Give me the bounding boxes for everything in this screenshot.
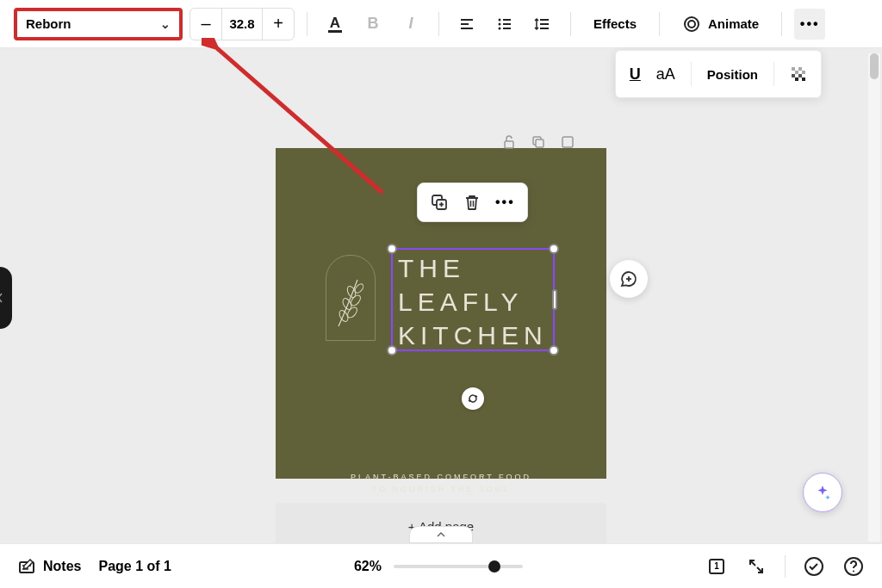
transparency-button[interactable] <box>790 65 807 83</box>
scrollbar-thumb[interactable] <box>870 53 879 79</box>
tagline-line1: PLANT-BASED COMFORT FOOD <box>276 472 606 484</box>
canvas-area[interactable]: PLANT-BASED COMFORT FOOD TO NOURISH THE … <box>0 48 882 543</box>
more-icon[interactable]: ••• <box>495 195 515 210</box>
font-size-decrease-button[interactable]: – <box>190 9 221 40</box>
font-size-increase-button[interactable]: + <box>263 9 294 40</box>
lock-icon[interactable] <box>500 133 519 152</box>
separator <box>785 555 786 578</box>
text-color-button[interactable]: A <box>320 9 351 40</box>
underline-button[interactable]: U <box>630 65 641 84</box>
zoom-value[interactable]: 62% <box>354 559 382 574</box>
animate-label: Animate <box>708 16 759 31</box>
separator <box>773 62 774 86</box>
svg-rect-26 <box>536 139 543 147</box>
zoom-slider[interactable] <box>394 565 523 568</box>
spacing-button[interactable] <box>527 9 558 40</box>
fullscreen-button[interactable] <box>745 555 767 578</box>
font-name: Reborn <box>26 16 71 31</box>
svg-rect-17 <box>798 67 802 71</box>
slider-thumb[interactable] <box>488 560 500 573</box>
more-button[interactable]: ••• <box>794 9 825 40</box>
svg-rect-21 <box>798 74 802 77</box>
notes-button[interactable]: Notes <box>17 557 81 576</box>
font-size-value[interactable]: 32.8 <box>221 9 263 40</box>
comment-fab[interactable] <box>610 260 648 298</box>
font-size-group: – 32.8 + <box>189 8 295 40</box>
duplicate-icon[interactable] <box>430 193 449 212</box>
page-more-icon[interactable] <box>558 133 577 152</box>
svg-point-15 <box>688 21 695 28</box>
resize-handle[interactable] <box>387 244 397 254</box>
footer: Notes Page 1 of 1 62% 1 <box>0 543 882 588</box>
chevron-down-icon: ⌄ <box>160 17 171 31</box>
svg-rect-18 <box>795 71 798 74</box>
vertical-scrollbar[interactable] <box>868 53 880 542</box>
zoom-group: 62% <box>354 559 523 574</box>
list-button[interactable] <box>489 9 520 40</box>
context-menu: ••• <box>417 183 528 222</box>
text-submenu: U aA Position <box>615 50 822 98</box>
tagline-line2: TO NOURISH THE SOUL <box>276 484 606 496</box>
selection-box[interactable] <box>391 248 555 351</box>
page-badge: 1 <box>714 561 719 571</box>
svg-rect-19 <box>802 71 805 74</box>
resize-handle[interactable] <box>549 345 559 356</box>
check-button[interactable] <box>803 555 825 578</box>
svg-rect-27 <box>562 137 573 147</box>
svg-rect-22 <box>795 77 798 81</box>
svg-point-51 <box>853 570 854 572</box>
animate-button[interactable]: Animate <box>672 9 769 40</box>
top-toolbar: Reborn ⌄ – 32.8 + A B I Effects Animate … <box>0 0 882 48</box>
rotate-handle[interactable] <box>462 387 484 410</box>
svg-point-9 <box>499 27 501 29</box>
svg-point-7 <box>499 22 501 25</box>
font-dropdown[interactable]: Reborn ⌄ <box>14 8 183 40</box>
svg-point-14 <box>685 17 699 31</box>
tagline: PLANT-BASED COMFORT FOOD TO NOURISH THE … <box>276 472 606 495</box>
svg-text:A: A <box>330 15 340 31</box>
separator <box>659 12 660 36</box>
separator <box>781 12 782 36</box>
resize-handle[interactable] <box>552 289 557 310</box>
page-label: Page 1 of 1 <box>98 559 171 574</box>
position-button[interactable]: Position <box>707 67 758 82</box>
grid-view-button[interactable]: 1 <box>705 555 728 578</box>
page-tools <box>500 133 577 152</box>
separator <box>438 12 439 36</box>
notes-label: Notes <box>43 559 81 574</box>
animate-icon <box>682 15 701 34</box>
italic-button[interactable]: I <box>395 9 426 40</box>
bold-button[interactable]: B <box>357 9 388 40</box>
svg-rect-24 <box>505 141 513 148</box>
uppercase-button[interactable]: aA <box>656 65 675 84</box>
leaf-icon <box>332 273 368 333</box>
svg-rect-16 <box>792 67 795 71</box>
svg-rect-1 <box>328 30 342 33</box>
duplicate-page-icon[interactable] <box>529 133 548 152</box>
svg-rect-23 <box>802 77 805 81</box>
svg-point-5 <box>499 18 501 21</box>
svg-rect-20 <box>792 74 795 77</box>
side-panel-toggle[interactable] <box>0 267 12 329</box>
align-button[interactable] <box>451 9 482 40</box>
separator <box>307 12 307 36</box>
notes-icon <box>17 557 36 576</box>
trash-icon[interactable] <box>463 193 481 212</box>
scroll-handle[interactable] <box>409 526 473 543</box>
assistant-fab[interactable] <box>803 473 842 512</box>
arch-decoration[interactable] <box>326 255 376 341</box>
resize-handle[interactable] <box>387 345 397 356</box>
separator <box>691 62 692 86</box>
resize-handle[interactable] <box>549 244 559 254</box>
help-button[interactable] <box>842 555 865 578</box>
effects-button[interactable]: Effects <box>583 9 647 40</box>
page-indicator[interactable]: Page 1 of 1 <box>98 559 171 574</box>
separator <box>570 12 571 36</box>
